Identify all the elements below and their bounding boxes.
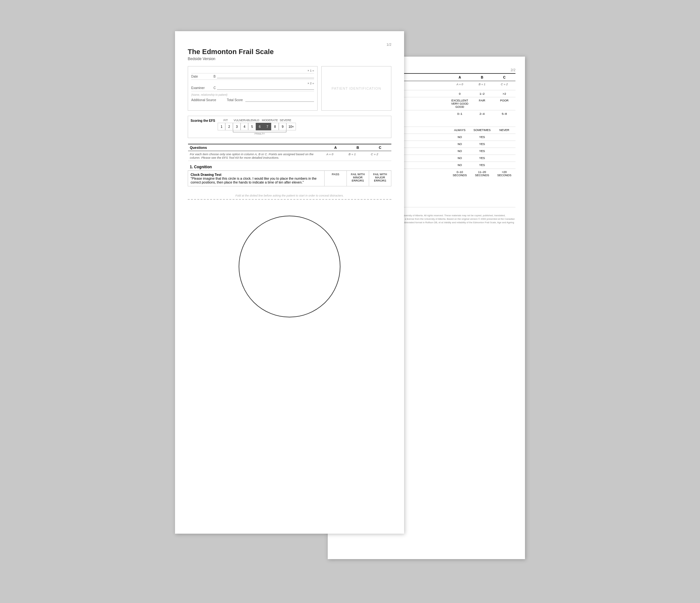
p2-score-b: B = 1	[471, 81, 493, 90]
ans-activities-c: 5–8	[493, 110, 516, 127]
score-7: 7	[264, 123, 271, 130]
cat-severe: SEVERE	[278, 119, 293, 122]
scoring-section: Scoring the EFS FIT VULNERABLE MILD MODE…	[188, 116, 391, 138]
clock-minor: FAIL WITH MINOR ERRORS	[347, 171, 369, 186]
c-label: C	[214, 86, 217, 90]
ans-prescription-c	[493, 140, 516, 148]
ans-tired-b: YES	[471, 155, 493, 162]
name-placeholder: (Name, relationship to patient)	[191, 93, 314, 96]
ans-health-b: FAIR	[471, 97, 493, 110]
score-c: C = 2	[369, 151, 391, 161]
page1-num: 1/2	[188, 43, 391, 47]
col-a-header: A	[325, 144, 347, 151]
clock-container	[188, 206, 391, 337]
x1-label: × 1 =	[307, 69, 314, 72]
clock-test-title: Clock Drawing Test	[191, 173, 222, 177]
clock-circle	[239, 216, 341, 317]
ans-urine-a: NO	[449, 162, 471, 168]
score-b: B = 1	[347, 151, 369, 161]
scoring-label: Scoring the EFS	[191, 119, 215, 123]
ans-meds-regular-a: NO	[449, 134, 471, 140]
ans-meds-regular-b: YES	[471, 134, 493, 140]
instructions-text: For each item choose only one option in …	[188, 151, 325, 161]
examiner-label: Examiner	[191, 86, 214, 90]
p2-col-a-header: A	[449, 74, 471, 81]
patient-id-box: PATIENT IDENTIFICATION	[321, 66, 391, 111]
questions-table: Questions A B C For each item choose onl…	[188, 144, 391, 186]
clock-pass: PASS	[325, 171, 347, 186]
score-4: 4	[241, 123, 248, 130]
score-a: A = 0	[325, 151, 347, 161]
score-2: 2	[225, 123, 233, 130]
score-1: 1	[218, 123, 225, 130]
additional-source-label: Additional Source	[191, 98, 223, 102]
ans-meds-regular-c	[493, 134, 516, 140]
col-c-header: C	[369, 144, 391, 151]
p2-score-c: C = 2	[493, 81, 516, 90]
page1-title: The Edmonton Frail Scale	[188, 48, 391, 56]
score-3: 3	[233, 123, 241, 130]
score-8: 8	[271, 123, 279, 130]
header-grid: × 1 = Date B × 2 = Examiner C (Name, rel…	[188, 66, 391, 111]
col-questions-header: Questions	[188, 144, 325, 151]
ans-health-c: POOR	[493, 97, 516, 110]
ans-activities-a: 0–1	[449, 110, 471, 127]
page1: 1/2 The Edmonton Frail Scale Bedside Ver…	[175, 31, 404, 534]
cat-vuln: VULNERABLE	[233, 119, 250, 122]
col-b-header: B	[347, 144, 369, 151]
ans-urine-b: YES	[471, 162, 493, 168]
ans-health-a: EXCELLENTVERY GOODGOOD	[449, 97, 471, 110]
total-score-label: Total Score	[227, 98, 243, 102]
ans-social-a: ALWAYS	[449, 127, 471, 134]
p2-col-b-header: B	[471, 74, 493, 81]
ans-tug-c: >20SECONDS	[493, 168, 516, 207]
fold-section: Fold at the dotted line before asking th…	[188, 194, 391, 200]
frailty-label: FRAILTY	[233, 132, 286, 135]
clock-test-cell: Clock Drawing Test "Please imagine that …	[188, 171, 325, 186]
page1-subtitle: Bedside Version	[188, 57, 391, 61]
ans-tug-b: 11–20SECONDS	[471, 168, 493, 207]
score-10plus: 10+	[286, 123, 296, 130]
dashed-line	[188, 199, 391, 200]
clock-test-description: "Please imagine that this circle is a cl…	[191, 177, 317, 184]
ans-clothing-c	[493, 148, 516, 155]
ans-tug-a: 0–10SECONDS	[449, 168, 471, 207]
ans-urine-c	[493, 162, 516, 168]
cat-fit: FIT	[218, 119, 233, 122]
p2-score-a: A = 0	[449, 81, 471, 90]
x2-label: × 2 =	[191, 82, 314, 85]
date-label: Date	[191, 75, 214, 78]
cat-mild: MILD	[250, 119, 261, 122]
cat-mod: MODERATE	[261, 119, 278, 122]
ans-activities-b: 2–4	[471, 110, 493, 127]
b-label: B	[214, 75, 217, 78]
ans-tired-a: NO	[449, 155, 471, 162]
ans-prescription-b: YES	[471, 140, 493, 148]
patient-id-text: PATIENT IDENTIFICATION	[331, 86, 381, 90]
score-6: 6	[256, 123, 264, 130]
ans-tired-c	[493, 155, 516, 162]
ans-hospital-b: 1–2	[471, 90, 493, 97]
ans-social-c: NEVER	[493, 127, 516, 134]
section1-label: 1. Cognition	[188, 161, 391, 171]
fold-text: Fold at the dotted line before asking th…	[188, 194, 391, 197]
p2-col-c-header: C	[493, 74, 516, 81]
ans-clothing-a: NO	[449, 148, 471, 155]
ans-social-b: SOMETIMES	[471, 127, 493, 134]
ans-hospital-c: >2	[493, 90, 516, 97]
clock-major: FAIL WITH MAJOR ERRORS	[369, 171, 391, 186]
ans-clothing-b: YES	[471, 148, 493, 155]
score-9: 9	[279, 123, 286, 130]
ans-hospital-a: 0	[449, 90, 471, 97]
score-5: 5	[248, 123, 256, 130]
ans-prescription-a: NO	[449, 140, 471, 148]
